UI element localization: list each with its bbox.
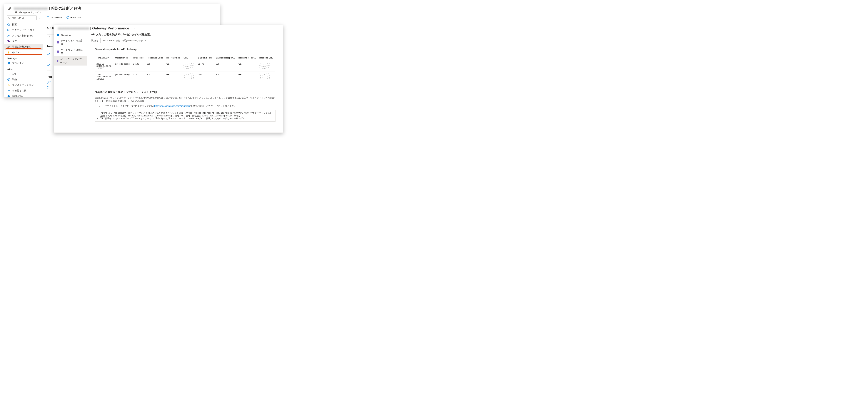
redacted-url-2 — [184, 73, 195, 80]
detector-main: API あたりの要求数が 95 パーセンタイルで最も遅い 眺める API: to… — [87, 31, 283, 131]
redacted-backend-url — [259, 63, 271, 69]
reco-codebox: - [Azure API Management のパフォーマンスを向上させるため… — [95, 110, 276, 122]
metric-icon-2 — [57, 50, 59, 53]
resource-name-blur: xxxxxxxxxxxxxxxx — [14, 6, 48, 10]
nav-backends[interactable]: Backends — [4, 93, 43, 97]
svg-point-0 — [8, 17, 10, 19]
sidebar: 検索 (Ctrl+/) « 概要 アクティビティ ログ — [4, 14, 43, 96]
svg-point-6 — [9, 35, 10, 35]
command-bar: Ask Genie Feedback — [46, 14, 216, 21]
box-icon — [7, 78, 10, 81]
gateway-performance-window: xxxxxxxxxxxxxxxx | Gateway Performance ⋯… — [54, 25, 283, 133]
reco-paragraph: 上記の問題のトラブルシューティングを行うのに十分な情報が見つからない場合は、ログ… — [95, 96, 276, 103]
detector-5xx[interactable]: ゲートウェイ 5xx 応答 — [54, 47, 87, 56]
redacted-backend-url-2 — [259, 73, 271, 80]
col-backend-response: Backend Respon... — [214, 56, 237, 61]
recommendation-card: 推奨される解決策と次のトラブルシューティング手順 上記の問題のトラブルシューティ… — [91, 88, 279, 124]
metric-icon-3 — [57, 59, 59, 62]
cloud2-icon — [7, 94, 10, 97]
cloud-icon — [7, 23, 10, 26]
col-backend-url: Backend URL — [258, 56, 275, 61]
nav-events[interactable]: イベント — [4, 50, 43, 55]
slowest-requests-card: Slowest requests for API: todo-api TIMES… — [91, 44, 279, 85]
activity-icon — [7, 29, 10, 32]
nav-access-control[interactable]: アクセス制御 (IAM) — [4, 33, 43, 38]
col-operation-id: Operation ID — [114, 56, 132, 61]
list-icon — [7, 89, 10, 92]
resource-name-blur-2: xxxxxxxxxxxxxxxx — [58, 26, 89, 30]
view-label: 眺める — [91, 39, 98, 42]
nav-group-apis: APIs — [4, 66, 43, 71]
detector-4xx[interactable]: ゲートウェイ 4xx 応答 — [54, 38, 87, 47]
table-row: 2022-03-31T07:49:34.1813725Z get-todo-de… — [95, 71, 275, 82]
detector-sidebar: Overview ゲートウェイ 4xx 応答 ゲートウェイ 5xx 応答 ゲート… — [54, 31, 87, 131]
reco-item: [リクエストトレースを使用してAPIをデバッグする](https://docs.… — [102, 105, 276, 108]
tag-icon — [7, 40, 10, 43]
page-subtitle: API Management サービス — [4, 11, 220, 14]
wrench-small-icon — [7, 45, 10, 48]
nav-overview[interactable]: 概要 — [4, 22, 43, 27]
ask-genie-button[interactable]: Ask Genie — [46, 16, 62, 19]
view-selector-row: 眺める API: todo-api | 合計時間(P95):382ミリ秒 — [91, 38, 279, 43]
svg-line-23 — [50, 38, 51, 38]
svg-rect-15 — [9, 85, 10, 85]
slowest-requests-table: TIMESTAMP Operation ID Total Time Respon… — [95, 56, 275, 82]
svg-point-19 — [67, 16, 69, 19]
svg-rect-28 — [57, 51, 59, 53]
api-select[interactable]: API: todo-api | 合計時間(P95):382ミリ秒 — [100, 38, 148, 43]
api-icon — [7, 72, 10, 75]
feedback-button[interactable]: Feedback — [66, 16, 81, 19]
nav-diagnose-solve[interactable]: 問題の診断と解決 — [4, 44, 43, 50]
header-more-icon[interactable]: ⋯ — [83, 6, 87, 10]
nav-activity-log[interactable]: アクティビティ ログ — [4, 27, 43, 33]
col-url: URL — [182, 56, 196, 61]
gateway-more-icon[interactable]: ⋯ — [131, 26, 135, 30]
nav-subscriptions[interactable]: サブスクリプション — [4, 82, 43, 88]
info-icon — [57, 33, 59, 36]
metric-icon — [57, 41, 59, 44]
svg-point-13 — [8, 85, 9, 85]
svg-rect-7 — [8, 62, 8, 64]
svg-rect-29 — [57, 60, 58, 62]
table-row: 2022-03-31T05:04:22.8611512Z get-todo-de… — [95, 61, 275, 71]
properties-icon — [7, 62, 10, 65]
svg-rect-9 — [9, 62, 10, 64]
page-header: xxxxxxxxxxxxxxxx | 問題の診断と解決 ⋯ — [4, 4, 220, 11]
col-response-code: Response Code — [145, 56, 165, 61]
svg-point-11 — [9, 74, 10, 74]
nav-tags[interactable]: タグ — [4, 38, 43, 44]
svg-rect-8 — [8, 62, 9, 64]
sidebar-search-input[interactable]: 検索 (Ctrl+/) — [7, 15, 36, 20]
svg-point-5 — [8, 35, 9, 36]
nav-group-settings: Settings — [4, 55, 43, 61]
gateway-perf-header: xxxxxxxxxxxxxxxx | Gateway Performance ⋯ — [54, 25, 283, 31]
col-timestamp: TIMESTAMP — [95, 56, 114, 61]
svg-point-10 — [8, 74, 8, 74]
reco-list: [リクエストトレースを使用してAPIをデバッグする](https://docs.… — [95, 105, 276, 108]
perf-tile-2[interactable] — [46, 61, 51, 71]
redacted-url — [184, 63, 195, 69]
reco-title: 推奨される解決策と次のトラブルシューティング手順 — [95, 91, 276, 94]
nav-api[interactable]: API — [4, 71, 43, 77]
people-icon — [7, 34, 10, 37]
col-total-time: Total Time — [132, 56, 145, 61]
nav-named-values[interactable]: 名前付きの値 — [4, 88, 43, 93]
perf-tile[interactable] — [46, 50, 51, 59]
key-icon — [7, 84, 10, 87]
detector-performance[interactable]: ゲートウェイのパフォーマン... — [54, 56, 87, 66]
reco-link[interactable]: https://docs.microsoft.com/azure/api — [154, 105, 190, 107]
nav-products[interactable]: 製品 — [4, 77, 43, 82]
bolt-icon — [7, 51, 10, 54]
detector-overview[interactable]: Overview — [54, 32, 87, 38]
slowest-requests-title: Slowest requests for API: todo-api — [95, 48, 275, 51]
col-backend-http: Backend HTTP ... — [237, 56, 258, 61]
svg-rect-27 — [57, 41, 59, 43]
slowest-p95-heading: API あたりの要求数が 95 パーセンタイルで最も遅い — [91, 33, 279, 36]
sidebar-collapse-button[interactable]: « — [38, 17, 41, 19]
col-backend-time: Backend Time — [196, 56, 214, 61]
nav-properties[interactable]: プロパティ — [4, 61, 43, 66]
col-http-method: HTTP Method — [165, 56, 182, 61]
wrench-icon — [8, 6, 12, 10]
diagnostics-search-input[interactable] — [46, 34, 54, 40]
svg-rect-25 — [58, 35, 58, 36]
